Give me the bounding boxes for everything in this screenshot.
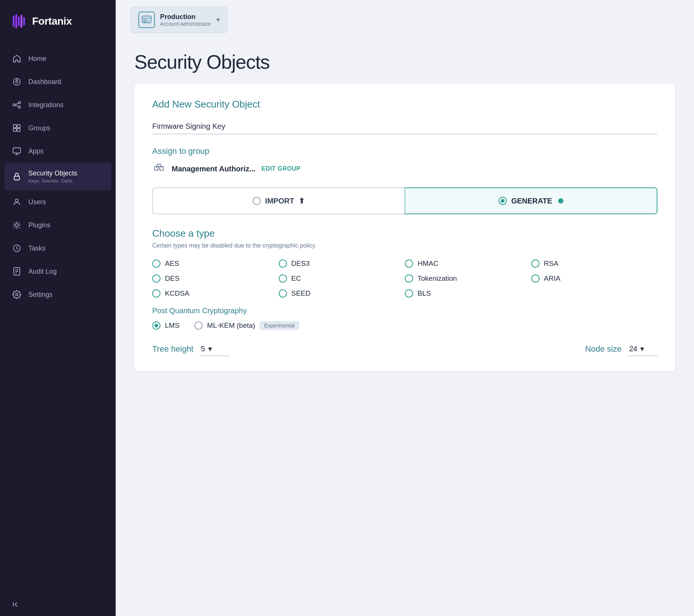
ml-kem-radio <box>194 321 203 330</box>
node-size-chevron-icon: ▾ <box>640 344 644 353</box>
logo-area: Fortanix <box>0 0 116 41</box>
aes-radio <box>152 259 160 268</box>
sidebar-item-integrations[interactable]: Integrations <box>0 93 116 116</box>
choose-type-title: Choose a type <box>152 228 657 239</box>
type-option-aes[interactable]: AES <box>152 259 279 268</box>
svg-point-6 <box>16 81 18 83</box>
type-option-bls[interactable]: BLS <box>405 289 531 298</box>
import-label: IMPORT <box>265 197 294 205</box>
logo-icon <box>12 13 28 29</box>
sidebar-item-security-objects[interactable]: Security Objects Keys, Secrets, Certs <box>4 163 111 190</box>
form-section-title: Add New Security Object <box>152 99 657 110</box>
rsa-radio <box>531 259 540 268</box>
sidebar-item-settings[interactable]: Settings <box>0 283 116 306</box>
lms-radio <box>152 321 160 330</box>
type-option-rsa[interactable]: RSA <box>531 259 658 268</box>
type-grid: AES DES3 HMAC RSA DES <box>152 259 657 298</box>
des3-label: DES3 <box>291 259 310 268</box>
type-option-kcdsa[interactable]: KCDSA <box>152 289 279 298</box>
settings-icon <box>12 290 22 299</box>
rsa-label: RSA <box>544 259 559 268</box>
type-option-tokenization[interactable]: Tokenization <box>405 274 531 283</box>
assign-group-label: Assign to group <box>152 146 657 156</box>
sidebar: Fortanix Home Dashboard <box>0 0 116 616</box>
type-option-hmac[interactable]: HMAC <box>405 259 531 268</box>
sidebar-item-plugins[interactable]: Plugins <box>0 214 116 237</box>
topbar: Production Account Administrator ▾ <box>116 0 694 40</box>
sidebar-item-home-label: Home <box>28 55 46 63</box>
svg-line-11 <box>15 103 18 105</box>
integrations-icon <box>12 100 22 110</box>
account-role: Account Administrator <box>160 21 211 27</box>
aria-label: ARIA <box>544 274 560 283</box>
tree-height-label: Tree height <box>152 344 193 354</box>
sidebar-item-apps-label: Apps <box>28 147 44 155</box>
pqc-option-ml-kem[interactable]: ML-KEM (beta) Experimental <box>194 321 299 330</box>
node-size-value: 24 <box>629 345 637 353</box>
generate-label: GENERATE <box>511 197 552 205</box>
import-button[interactable]: IMPORT ⬆ <box>152 187 405 214</box>
generate-radio <box>498 197 507 205</box>
sidebar-item-users[interactable]: Users <box>0 190 116 214</box>
node-size-select[interactable]: 24 ▾ <box>628 342 657 356</box>
tasks-icon <box>12 243 22 253</box>
pqc-row: LMS ML-KEM (beta) Experimental <box>152 321 657 330</box>
brand-name: Fortanix <box>32 15 72 27</box>
generate-button[interactable]: GENERATE <box>405 187 657 214</box>
home-icon <box>12 54 22 63</box>
svg-point-32 <box>144 20 146 22</box>
page-title: Security Objects <box>134 51 675 73</box>
svg-rect-3 <box>21 15 22 28</box>
pqc-option-lms[interactable]: LMS <box>152 321 179 330</box>
type-option-des3[interactable]: DES3 <box>279 259 405 268</box>
svg-point-28 <box>16 293 18 296</box>
tokenization-label: Tokenization <box>418 274 457 283</box>
type-option-aria[interactable]: ARIA <box>531 274 658 283</box>
sidebar-collapse[interactable] <box>0 593 116 616</box>
sidebar-item-audit-log[interactable]: Audit Log <box>0 260 116 283</box>
sidebar-item-dashboard-label: Dashboard <box>28 78 61 86</box>
content-area: Security Objects Add New Security Object… <box>116 40 694 616</box>
bls-label: BLS <box>418 289 431 298</box>
bls-radio <box>405 289 413 298</box>
sidebar-item-integrations-label: Integrations <box>28 101 63 109</box>
type-option-seed[interactable]: SEED <box>279 289 405 298</box>
tokenization-radio <box>405 274 413 283</box>
svg-rect-20 <box>14 176 19 180</box>
group-row: Management Authoriz... EDIT GROUP <box>152 162 657 175</box>
sidebar-item-plugins-label: Plugins <box>28 221 50 229</box>
svg-point-22 <box>15 224 18 227</box>
svg-rect-13 <box>13 125 16 128</box>
dashboard-icon <box>12 77 22 87</box>
svg-rect-16 <box>17 128 20 131</box>
import-icon: ⬆ <box>298 196 305 205</box>
sidebar-item-groups[interactable]: Groups <box>0 116 116 140</box>
audit-log-icon <box>12 267 22 276</box>
group-icon <box>152 162 166 175</box>
lms-label: LMS <box>165 321 179 330</box>
account-info: Production Account Administrator <box>160 13 211 27</box>
svg-line-12 <box>15 105 18 107</box>
nav-list: Home Dashboard <box>0 41 116 593</box>
apps-icon <box>12 146 22 156</box>
security-object-name-input[interactable] <box>152 119 657 134</box>
svg-rect-2 <box>18 16 20 26</box>
sidebar-item-home[interactable]: Home <box>0 47 116 70</box>
sidebar-item-tasks[interactable]: Tasks <box>0 237 116 260</box>
experimental-badge: Experimental <box>260 321 299 330</box>
account-selector[interactable]: Production Account Administrator ▾ <box>131 7 228 33</box>
type-option-ec[interactable]: EC <box>279 274 405 283</box>
form-card: Add New Security Object Assign to group … <box>134 84 675 371</box>
des-label: DES <box>165 274 179 283</box>
tree-height-select[interactable]: 5 ▾ <box>199 342 229 356</box>
sidebar-item-apps[interactable]: Apps <box>0 140 116 163</box>
edit-group-button[interactable]: EDIT GROUP <box>262 165 301 172</box>
generate-indicator <box>558 198 563 203</box>
type-option-des[interactable]: DES <box>152 274 279 283</box>
users-icon <box>12 197 22 207</box>
hmac-radio <box>405 259 413 268</box>
pqc-title: Post Quantum Cryptography <box>152 307 657 315</box>
sidebar-item-dashboard[interactable]: Dashboard <box>0 70 116 93</box>
account-icon <box>138 12 155 28</box>
sidebar-item-security-objects-label: Security Objects <box>28 169 77 177</box>
